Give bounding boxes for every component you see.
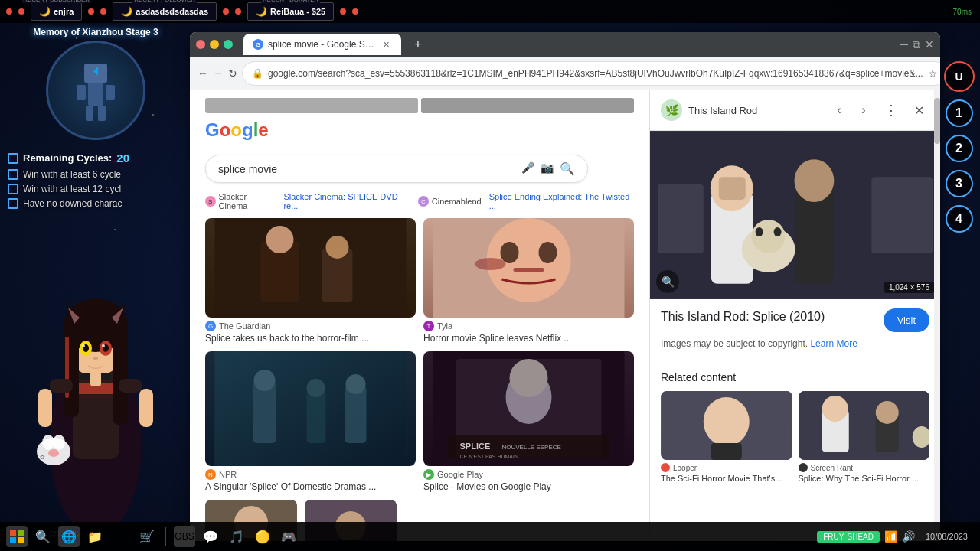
browser-tab-active[interactable]: G splice movie - Google Search ✕	[243, 34, 401, 55]
svg-point-56	[346, 374, 366, 394]
tray-network[interactable]: 📶	[884, 530, 897, 543]
maximize-button[interactable]	[224, 40, 233, 49]
taskbar-steam[interactable]: 🎮	[278, 526, 299, 547]
svg-rect-2	[77, 85, 86, 100]
tab-close-button[interactable]: ✕	[380, 38, 392, 51]
taskbar-chrome[interactable]: 🟡	[252, 526, 273, 547]
recording-dot-4	[100, 8, 106, 15]
svg-point-23	[82, 344, 85, 347]
recent-follower-box: RECENT FOLLOWER 🌙 asdasdsdsdasdas	[113, 2, 217, 21]
browser-titlebar: G splice movie - Google Search ✕ + ─ ⧉ ✕	[190, 32, 940, 57]
reload-button[interactable]: ↻	[228, 63, 237, 84]
badge-4: 3	[946, 170, 973, 197]
preview-info: This Island Rod: Splice (2010) Visit Ima…	[650, 299, 940, 360]
search-bar-google[interactable]: splice movie 🎤 📷 🔍	[205, 155, 588, 183]
recording-dot-8	[352, 8, 358, 15]
result-item-npr[interactable]: N NPR A Singular 'Splice' Of Domestic Dr…	[205, 351, 416, 492]
recording-dot-2	[18, 8, 24, 15]
address-bar[interactable]: 🔒 google.com/search?sca_esv=5553863118&r…	[242, 61, 940, 86]
recent-donater-box: RECENT DONATER 🌙 ReiBaua - $25	[247, 2, 334, 21]
taskbar-spotify[interactable]: 🎵	[226, 526, 247, 547]
splice-img-3-svg	[205, 351, 416, 466]
preview-next-button[interactable]: ›	[853, 99, 874, 121]
browser-minimize-icon[interactable]: ─	[900, 38, 908, 51]
preview-image-svg	[650, 131, 940, 299]
close-button[interactable]	[196, 40, 205, 49]
result-link-2[interactable]: Splice Ending Explained: The Twisted ...	[489, 192, 634, 210]
svg-rect-95	[10, 537, 16, 543]
donater-name: ReiBaua - $25	[270, 7, 325, 16]
chat-label: FRUY	[823, 533, 844, 541]
taskbar-files[interactable]: 📁	[84, 526, 106, 547]
recording-dot-5	[223, 8, 229, 15]
top-bar: RECENT SUBSCRIBER 🌙 enjra RECENT FOLLOWE…	[0, 0, 980, 23]
svg-rect-86	[711, 443, 742, 460]
guardian-favicon: G	[205, 321, 216, 331]
recording-dot-1	[6, 8, 12, 15]
search-icon[interactable]: 🔍	[560, 161, 575, 176]
minimize-button[interactable]	[210, 40, 219, 49]
svg-rect-5	[98, 106, 106, 121]
taskbar-separator	[165, 527, 166, 546]
taskbar-store[interactable]: 🛒	[136, 526, 158, 547]
back-button[interactable]: ←	[198, 63, 208, 84]
splice-img-2-svg	[423, 218, 634, 318]
svg-point-42	[326, 236, 349, 259]
svg-point-54	[307, 379, 325, 397]
lens-search-icon[interactable]: 📷	[541, 161, 554, 176]
subscriber-label: RECENT SUBSCRIBER	[21, 0, 91, 3]
result-img-guardian	[205, 218, 416, 318]
recording-dot-6	[235, 8, 241, 15]
google-logo: Google	[205, 119, 269, 141]
svg-point-85	[704, 397, 750, 446]
tray-volume[interactable]: 🔊	[902, 530, 915, 543]
taskbar-clock: 10/08/2023	[920, 532, 974, 541]
svg-point-89	[822, 396, 848, 422]
visit-button[interactable]: Visit	[884, 308, 929, 332]
taskbar-discord[interactable]: 💬	[200, 526, 221, 547]
taskbar-browser[interactable]: 🌐	[58, 526, 80, 547]
chat-sublabel: SHEAD	[847, 533, 873, 541]
taskbar-mail[interactable]: ✉	[110, 526, 132, 547]
chat-notification: FRUY SHEAD	[817, 531, 880, 543]
result-link-1[interactable]: Slacker Cinema: SPLICE DVD re...	[283, 192, 410, 210]
svg-text:NOUVELLE ESPÈCE: NOUVELLE ESPÈCE	[502, 444, 561, 451]
forward-button[interactable]: →	[213, 63, 224, 84]
browser-restore-icon[interactable]: ⧉	[913, 38, 920, 51]
bookmark-icon[interactable]: ☆	[928, 67, 938, 80]
preview-close-button[interactable]: ✕	[908, 99, 929, 121]
taskbar-start[interactable]	[6, 526, 28, 547]
result-item-gplay[interactable]: SPLICE NOUVELLE ESPÈCE CE N'EST PAS HUMA…	[423, 351, 634, 492]
recording-dot-3	[88, 8, 94, 15]
voice-search-icon[interactable]: 🎤	[521, 161, 534, 176]
cycle-icon	[8, 153, 18, 164]
preview-more-button[interactable]: ⋮	[880, 99, 902, 121]
anime-char-svg: ✿ ERUCHIU	[8, 184, 184, 551]
taskbar-date: 10/08/2023	[926, 532, 968, 541]
browser-nav: ← → ↻ 🔒 google.com/search?sca_esv=555386…	[190, 57, 940, 90]
browser-close-icon[interactable]: ✕	[925, 38, 934, 51]
result-item-guardian[interactable]: G The Guardian Splice takes us back to t…	[205, 218, 416, 344]
result-item-tyla[interactable]: T Tyla Horror movie Splice leaves Netfli…	[423, 218, 634, 344]
preview-prev-button[interactable]: ‹	[828, 99, 850, 121]
learn-more-link[interactable]: Learn More	[810, 338, 857, 349]
preview-nav-buttons: ‹ ›	[828, 99, 874, 121]
svg-rect-27	[90, 371, 101, 386]
game-title: Memory of Xianzhou Stage 3	[4, 27, 188, 37]
splice-img-1-svg	[205, 218, 416, 318]
browser-window: G splice movie - Google Search ✕ + ─ ⧉ ✕…	[190, 32, 940, 541]
taskbar-obs[interactable]: OBS	[174, 526, 195, 547]
svg-rect-38	[215, 218, 407, 318]
svg-point-83	[774, 227, 782, 236]
related-item-looper[interactable]: Looper The Sci-Fi Horror Movie That's...	[661, 391, 792, 483]
preview-lens-button[interactable]: 🔍	[656, 270, 679, 293]
related-img-looper-svg	[661, 391, 792, 460]
new-tab-button[interactable]: +	[409, 35, 427, 54]
looper-source-name: Looper	[673, 464, 697, 472]
svg-rect-74	[658, 184, 704, 253]
taskbar-cortana[interactable]: 🔍	[32, 526, 54, 547]
search-icons: 🎤 📷 🔍	[521, 161, 575, 176]
related-item-screenrant[interactable]: Screen Rant Splice: Why The Sci-Fi Horro…	[799, 391, 930, 483]
cycle-count: 20	[116, 152, 129, 165]
related-img-screenrant-svg	[799, 391, 930, 460]
